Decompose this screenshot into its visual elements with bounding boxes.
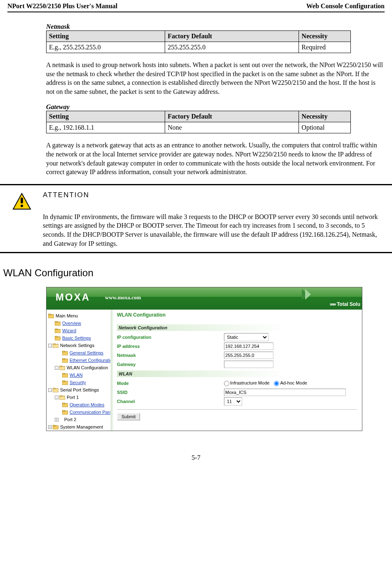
tree-wlan[interactable]: WLAN: [47, 371, 110, 379]
banner: MOXA www.moxa.com »»» Total Solu: [47, 287, 362, 310]
tree-general-settings[interactable]: General Settings: [47, 349, 110, 357]
select-channel[interactable]: 11: [224, 397, 242, 406]
tree-label: System Management: [60, 424, 103, 429]
input-ip-address[interactable]: [224, 343, 273, 350]
radio-adhoc-input[interactable]: [274, 381, 279, 386]
manual-title: NPort W2250/2150 Plus User's Manual: [7, 2, 117, 10]
radio-infrastructure[interactable]: Infrastructure Mode: [224, 380, 269, 385]
cell-necessity: Optional: [299, 122, 351, 133]
input-gateway[interactable]: [224, 361, 273, 368]
gateway-table: Setting Factory Default Necessity E.g., …: [46, 111, 351, 133]
tree-communication-params[interactable]: Communication Paran: [47, 408, 110, 416]
input-ssid[interactable]: [224, 389, 346, 396]
manual-header: NPort W2250/2150 Plus User's Manual Web …: [0, 0, 392, 12]
netmask-paragraph: A netmask is used to group network hosts…: [46, 61, 385, 96]
folder-icon: [62, 358, 68, 363]
tree-label: Wizard: [62, 328, 76, 333]
svg-rect-28: [59, 395, 62, 396]
tree-serial-port-settings[interactable]: - Serial Port Settings: [47, 386, 110, 394]
cell-setting: E.g., 192.168.1.1: [47, 122, 165, 133]
submit-button[interactable]: Submit: [117, 413, 140, 420]
svg-rect-32: [62, 410, 65, 411]
moxa-logo: MOXA: [56, 291, 90, 303]
folder-open-icon: [53, 343, 58, 348]
svg-rect-16: [62, 351, 65, 352]
folder-icon: [62, 351, 68, 355]
gateway-heading: Gateway: [46, 103, 385, 111]
tree-label: Operation Modes: [70, 402, 104, 407]
svg-rect-24: [62, 380, 65, 382]
panel-title: WLAN Configuration: [117, 312, 361, 318]
input-netmask[interactable]: [224, 352, 273, 359]
radio-adhoc[interactable]: Ad-hoc Mode: [274, 380, 307, 385]
label-ip-config: IP configuration: [117, 335, 224, 340]
folder-icon: [48, 314, 54, 318]
th-necessity: Necessity: [299, 31, 351, 42]
tree-wizard[interactable]: Wizard: [47, 327, 110, 334]
tree-main-menu[interactable]: Main Menu: [47, 312, 110, 319]
expand-icon[interactable]: +: [48, 425, 52, 429]
moxa-url: www.moxa.com: [105, 294, 141, 301]
tree-overview[interactable]: Overview: [47, 319, 110, 327]
table-row: E.g., 192.168.1.1 None Optional: [47, 122, 351, 133]
collapse-icon[interactable]: -: [48, 388, 52, 392]
svg-rect-10: [55, 329, 57, 330]
th-setting: Setting: [47, 111, 165, 122]
tree-network-settings[interactable]: - Network Settings: [47, 342, 110, 349]
cell-necessity: Required: [299, 42, 351, 53]
tree-wlan-config[interactable]: - WLAN Configuration: [47, 364, 110, 371]
header-rule: [7, 12, 385, 12]
th-necessity: Necessity: [299, 111, 351, 122]
folder-icon: [62, 410, 68, 415]
tree-port2[interactable]: + Port 2: [47, 416, 110, 423]
nav-tree: Main Menu Overview Wizard Basic Settings…: [47, 310, 110, 431]
attention-text: In dynamic IP environments, the firmware…: [43, 212, 384, 248]
cell-setting: E.g., 255.255.255.0: [47, 42, 165, 53]
folder-open-icon: [59, 395, 65, 400]
th-default: Factory Default: [165, 111, 299, 122]
page-number: 5-7: [0, 454, 392, 461]
main-panel: WLAN Configuration Network Configuration…: [110, 310, 362, 431]
folder-icon: [62, 403, 68, 407]
svg-marker-4: [305, 289, 311, 300]
tree-operation-modes[interactable]: Operation Modes: [47, 401, 110, 408]
tree-basic-settings[interactable]: Basic Settings: [47, 334, 110, 342]
folder-open-icon: [59, 366, 65, 370]
tree-label: Basic Settings: [62, 336, 91, 340]
collapse-icon[interactable]: -: [48, 344, 52, 347]
th-default: Factory Default: [165, 31, 299, 42]
tree-system-management[interactable]: + System Management: [47, 423, 110, 431]
label-mode: Mode: [117, 381, 224, 386]
tree-label: Serial Port Settings: [60, 387, 99, 392]
tree-label: Network Settings: [60, 343, 94, 348]
web-console-screenshot: MOXA www.moxa.com »»» Total Solu Main Me…: [46, 287, 362, 431]
tree-label: Security: [70, 380, 86, 385]
collapse-icon[interactable]: -: [55, 396, 58, 399]
expand-icon[interactable]: +: [55, 418, 58, 422]
label-channel: Channel: [117, 399, 224, 404]
wlan-config-heading: WLAN Configuration: [3, 267, 392, 279]
netmask-heading: Netmask: [46, 23, 385, 30]
svg-rect-30: [62, 403, 65, 404]
manual-section: Web Console Configuration: [306, 2, 385, 10]
folder-icon: [55, 321, 61, 326]
tree-port1[interactable]: - Port 1: [47, 394, 110, 401]
folder-icon: [62, 373, 68, 378]
folder-icon: [53, 425, 58, 429]
radio-infrastructure-input[interactable]: [224, 381, 229, 386]
folder-open-icon: [53, 388, 58, 392]
label-ip-address: IP address: [117, 344, 224, 349]
label-ssid: SSID: [117, 390, 224, 395]
tree-ethernet-config[interactable]: Ethernet Configuration: [47, 357, 110, 364]
tree-label: Overview: [62, 321, 81, 326]
tree-label: WLAN Configuration: [67, 365, 108, 370]
collapse-icon[interactable]: -: [55, 366, 58, 370]
tree-label: General Settings: [70, 350, 103, 355]
tree-label: Main Menu: [56, 313, 78, 318]
tree-security[interactable]: Security: [47, 379, 110, 386]
select-ip-config[interactable]: Static: [224, 333, 268, 341]
svg-rect-22: [62, 373, 65, 374]
section-network-config: Network Configuration: [117, 324, 361, 331]
label-gateway: Gateway: [117, 362, 224, 367]
folder-icon: [62, 380, 68, 385]
